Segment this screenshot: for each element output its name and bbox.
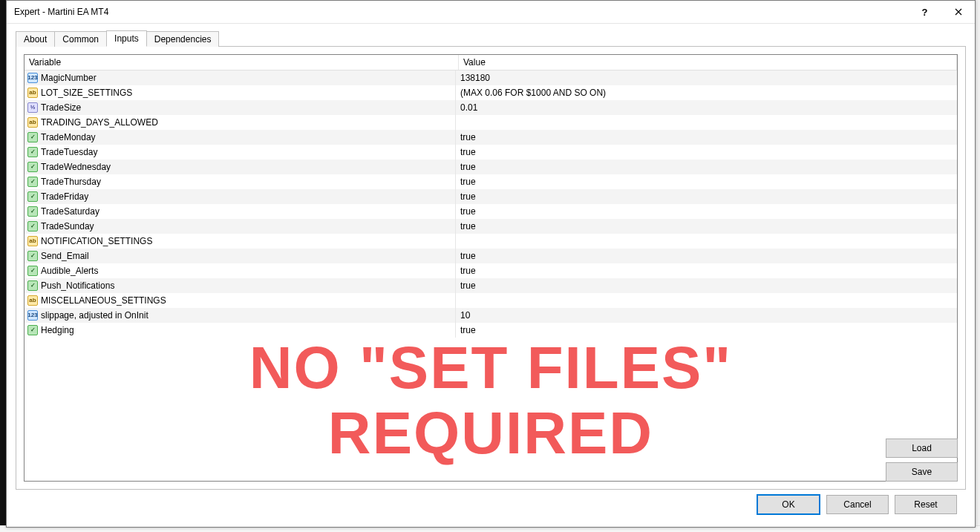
- type-bool-icon: ✓: [27, 206, 38, 217]
- variable-cell[interactable]: abNOTIFICATION_SETTINGS: [24, 234, 456, 249]
- input-row[interactable]: 123slippage, adjusted in OnInit10: [24, 308, 957, 323]
- load-button[interactable]: Load: [886, 439, 958, 458]
- tab-about[interactable]: About: [16, 31, 55, 47]
- column-header-value[interactable]: Value: [459, 55, 957, 70]
- variable-cell[interactable]: ✓TradeMonday: [24, 130, 456, 145]
- variable-cell[interactable]: ✓TradeTuesday: [24, 145, 456, 160]
- type-bool-icon: ✓: [27, 251, 38, 261]
- type-bool-icon: ✓: [27, 132, 38, 142]
- tab-dependencies[interactable]: Dependencies: [146, 31, 220, 47]
- variable-cell[interactable]: ✓Audible_Alerts: [24, 263, 456, 278]
- dialog-footer: OK Cancel Reset: [16, 490, 966, 519]
- input-row[interactable]: ✓TradeMondaytrue: [24, 130, 957, 145]
- input-row[interactable]: ✓TradeSundaytrue: [24, 219, 957, 234]
- variable-cell[interactable]: 123slippage, adjusted in OnInit: [24, 308, 456, 323]
- input-row[interactable]: abNOTIFICATION_SETTINGS: [24, 234, 957, 249]
- type-str-icon: ab: [27, 236, 38, 246]
- variable-name: Audible_Alerts: [41, 266, 98, 276]
- value-cell[interactable]: 0.01: [456, 100, 957, 115]
- variable-cell[interactable]: ✓TradeThursday: [24, 174, 456, 189]
- variable-name: TradeMonday: [41, 132, 96, 142]
- variable-cell[interactable]: abTRADING_DAYS_ALLOWED: [24, 115, 456, 130]
- type-bool-icon: ✓: [27, 280, 38, 291]
- input-row[interactable]: ✓TradeWednesdaytrue: [24, 160, 957, 174]
- reset-button[interactable]: Reset: [895, 495, 957, 514]
- help-button[interactable]: ?: [908, 1, 941, 23]
- overlay-line1: NO "SET FILES": [24, 335, 957, 401]
- tab-common[interactable]: Common: [54, 31, 107, 47]
- close-icon: [955, 8, 962, 16]
- value-cell[interactable]: true: [456, 219, 957, 234]
- value-cell[interactable]: (MAX 0.06 FOR $1000 AND SO ON): [456, 85, 957, 100]
- value-cell[interactable]: true: [456, 130, 957, 145]
- variable-cell[interactable]: abMISCELLANEOUS_SETTINGS: [24, 293, 456, 308]
- value-cell[interactable]: true: [456, 189, 957, 204]
- input-row[interactable]: ✓Send_Emailtrue: [24, 249, 957, 263]
- backdrop-left: [0, 0, 6, 532]
- variable-cell[interactable]: ✓TradeFriday: [24, 189, 456, 204]
- variable-cell[interactable]: ✓Send_Email: [24, 249, 456, 263]
- dialog-body: About Common Inputs Dependencies Variabl…: [7, 24, 975, 527]
- input-row[interactable]: ✓TradeSaturdaytrue: [24, 204, 957, 219]
- value-cell[interactable]: [456, 115, 957, 130]
- input-row[interactable]: ✓TradeThursdaytrue: [24, 174, 957, 189]
- ok-button[interactable]: OK: [757, 494, 820, 515]
- variable-name: NOTIFICATION_SETTINGS: [41, 236, 152, 246]
- tab-strip: About Common Inputs Dependencies: [16, 30, 966, 46]
- value-cell[interactable]: true: [456, 263, 957, 278]
- variable-cell[interactable]: abLOT_SIZE_SETTINGS: [24, 85, 456, 100]
- value-cell[interactable]: 10: [456, 308, 957, 323]
- input-row[interactable]: ✓Hedgingtrue: [24, 323, 957, 338]
- overlay-line2: REQUIRED: [24, 401, 957, 466]
- dialog-window: Expert - Martini EA MT4 ? About Common I…: [6, 0, 976, 528]
- tab-panel-inputs: Variable Value 123MagicNumber138180abLOT…: [16, 46, 966, 490]
- value-cell[interactable]: true: [456, 160, 957, 174]
- input-row[interactable]: abLOT_SIZE_SETTINGS(MAX 0.06 FOR $1000 A…: [24, 85, 957, 100]
- type-str-icon: ab: [27, 117, 38, 128]
- input-row[interactable]: ✓TradeTuesdaytrue: [24, 145, 957, 160]
- type-bool-icon: ✓: [27, 191, 38, 202]
- variable-name: MagicNumber: [41, 73, 97, 83]
- variable-cell[interactable]: ✓TradeSunday: [24, 219, 456, 234]
- type-int-icon: 123: [27, 73, 38, 83]
- value-cell[interactable]: true: [456, 204, 957, 219]
- inputs-grid: Variable Value 123MagicNumber138180abLOT…: [24, 54, 958, 482]
- value-cell[interactable]: true: [456, 145, 957, 160]
- variable-name: slippage, adjusted in OnInit: [41, 310, 148, 321]
- type-bool-icon: ✓: [27, 147, 38, 157]
- type-bool-icon: ✓: [27, 162, 38, 172]
- type-int-icon: 123: [27, 310, 38, 321]
- save-button[interactable]: Save: [886, 462, 958, 482]
- input-row[interactable]: ✓Audible_Alertstrue: [24, 263, 957, 278]
- close-button[interactable]: [941, 1, 975, 23]
- titlebar: Expert - Martini EA MT4 ?: [7, 1, 975, 24]
- overlay-annotation: NO "SET FILES" REQUIRED: [24, 335, 957, 466]
- variable-cell[interactable]: ½TradeSize: [24, 100, 456, 115]
- input-row[interactable]: 123MagicNumber138180: [24, 70, 957, 85]
- value-cell[interactable]: true: [456, 249, 957, 263]
- input-row[interactable]: ✓Push_Notificationstrue: [24, 278, 957, 293]
- input-row[interactable]: abMISCELLANEOUS_SETTINGS: [24, 293, 957, 308]
- tab-inputs[interactable]: Inputs: [106, 30, 147, 47]
- value-cell[interactable]: true: [456, 323, 957, 338]
- side-buttons: Load Save: [886, 439, 958, 482]
- cancel-button[interactable]: Cancel: [826, 495, 889, 514]
- variable-cell[interactable]: ✓TradeSaturday: [24, 204, 456, 219]
- type-dbl-icon: ½: [27, 102, 38, 113]
- input-row[interactable]: ½TradeSize0.01: [24, 100, 957, 115]
- window-title: Expert - Martini EA MT4: [7, 7, 908, 17]
- value-cell[interactable]: [456, 234, 957, 249]
- column-header-variable[interactable]: Variable: [24, 55, 459, 70]
- variable-cell[interactable]: 123MagicNumber: [24, 70, 456, 85]
- variable-cell[interactable]: ✓Push_Notifications: [24, 278, 456, 293]
- value-cell[interactable]: 138180: [456, 70, 957, 85]
- value-cell[interactable]: true: [456, 174, 957, 189]
- value-cell[interactable]: [456, 293, 957, 308]
- variable-cell[interactable]: ✓Hedging: [24, 323, 456, 338]
- value-cell[interactable]: true: [456, 278, 957, 293]
- variable-name: LOT_SIZE_SETTINGS: [41, 88, 132, 98]
- variable-name: Hedging: [41, 325, 74, 335]
- input-row[interactable]: ✓TradeFridaytrue: [24, 189, 957, 204]
- input-row[interactable]: abTRADING_DAYS_ALLOWED: [24, 115, 957, 130]
- variable-cell[interactable]: ✓TradeWednesday: [24, 160, 456, 174]
